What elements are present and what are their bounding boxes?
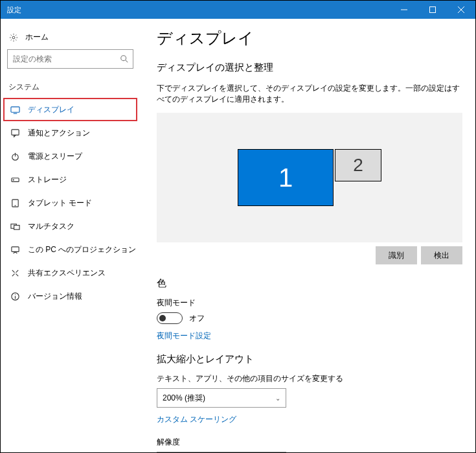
projection-icon: [10, 245, 20, 255]
sidebar-item-display[interactable]: ディスプレイ: [3, 98, 137, 121]
sidebar-item-notifications[interactable]: 通知とアクション: [3, 121, 137, 145]
svg-rect-7: [10, 106, 19, 111]
night-mode-toggle[interactable]: [157, 312, 183, 324]
size-value: 200% (推奨): [163, 393, 205, 404]
info-icon: [10, 292, 20, 301]
search-box[interactable]: [7, 49, 133, 69]
tablet-icon: [10, 198, 20, 208]
sidebar-item-label: 共有エクスペリエンス: [28, 268, 106, 279]
close-button[interactable]: [447, 1, 475, 19]
sidebar-item-projection[interactable]: この PC へのプロジェクション: [3, 238, 137, 261]
home-button[interactable]: ホーム: [3, 29, 137, 49]
svg-point-5: [121, 56, 126, 61]
sidebar: ホーム システム ディスプレイ 通知とアクション 電源とスリープ: [1, 19, 140, 452]
chevron-down-icon: ⌄: [275, 395, 280, 402]
night-mode-state: オフ: [189, 313, 205, 324]
gear-icon: [8, 33, 19, 42]
page-title: ディスプレイ: [157, 28, 462, 49]
scale-title: 拡大縮小とレイアウト: [157, 353, 462, 366]
search-icon: [120, 54, 129, 64]
svg-line-6: [126, 60, 128, 63]
multitask-icon: [10, 222, 20, 231]
sidebar-item-label: この PC へのプロジェクション: [28, 244, 136, 255]
sidebar-item-label: バージョン情報: [28, 291, 82, 302]
svg-rect-12: [11, 178, 18, 181]
search-input[interactable]: [12, 54, 120, 64]
titlebar: 設定: [1, 1, 475, 19]
sidebar-item-label: タブレット モード: [28, 198, 92, 209]
sidebar-item-shared[interactable]: 共有エクスペリエンス: [3, 261, 137, 285]
arrange-title: ディスプレイの選択と整理: [157, 62, 462, 74]
monitor-2[interactable]: 2: [335, 149, 381, 181]
svg-rect-17: [14, 225, 19, 229]
svg-point-21: [14, 294, 15, 294]
color-title: 色: [157, 277, 462, 290]
sidebar-item-multitask[interactable]: マルチタスク: [3, 215, 137, 238]
power-icon: [10, 152, 20, 161]
display-arrangement-area[interactable]: 1 2: [157, 113, 462, 242]
sidebar-item-label: ストレージ: [28, 174, 67, 185]
size-label: テキスト、アプリ、その他の項目のサイズを変更する: [157, 373, 462, 384]
resolution-label: 解像度: [157, 437, 462, 448]
arrange-desc: 下でディスプレイを選択して、そのディスプレイの設定を変更します。一部の設定はすべ…: [157, 83, 462, 105]
sidebar-heading: システム: [3, 79, 137, 98]
monitor-1[interactable]: 1: [238, 149, 334, 206]
sidebar-item-label: 電源とスリープ: [28, 151, 82, 162]
sidebar-item-tablet[interactable]: タブレット モード: [3, 191, 137, 215]
svg-rect-1: [430, 7, 436, 13]
resolution-select[interactable]: 3840 × 2160 (推奨) ⌄: [157, 452, 286, 452]
sidebar-item-label: 通知とアクション: [28, 128, 90, 139]
sidebar-item-power[interactable]: 電源とスリープ: [3, 145, 137, 168]
shared-icon: [10, 268, 20, 278]
sidebar-item-about[interactable]: バージョン情報: [3, 285, 137, 308]
maximize-button[interactable]: [418, 1, 447, 19]
detect-button[interactable]: 検出: [421, 246, 462, 264]
notifications-icon: [10, 128, 20, 138]
custom-scaling-link[interactable]: カスタム スケーリング: [157, 414, 462, 425]
svg-rect-18: [11, 246, 18, 251]
sidebar-item-label: マルチタスク: [28, 221, 74, 232]
svg-rect-9: [11, 129, 18, 134]
display-icon: [10, 105, 20, 115]
night-mode-label: 夜間モード: [157, 297, 462, 308]
identify-button[interactable]: 識別: [376, 246, 417, 264]
svg-point-13: [13, 179, 14, 180]
sidebar-item-label: ディスプレイ: [28, 104, 74, 115]
window-title: 設定: [7, 5, 21, 15]
home-label: ホーム: [25, 32, 49, 43]
svg-point-4: [12, 36, 15, 39]
main-panel: ディスプレイ ディスプレイの選択と整理 下でディスプレイを選択して、そのディスプ…: [140, 19, 475, 452]
storage-icon: [10, 175, 20, 185]
sidebar-item-storage[interactable]: ストレージ: [3, 168, 137, 191]
minimize-button[interactable]: [390, 1, 418, 19]
size-select[interactable]: 200% (推奨) ⌄: [157, 388, 286, 408]
night-mode-settings-link[interactable]: 夜間モード設定: [157, 331, 462, 342]
